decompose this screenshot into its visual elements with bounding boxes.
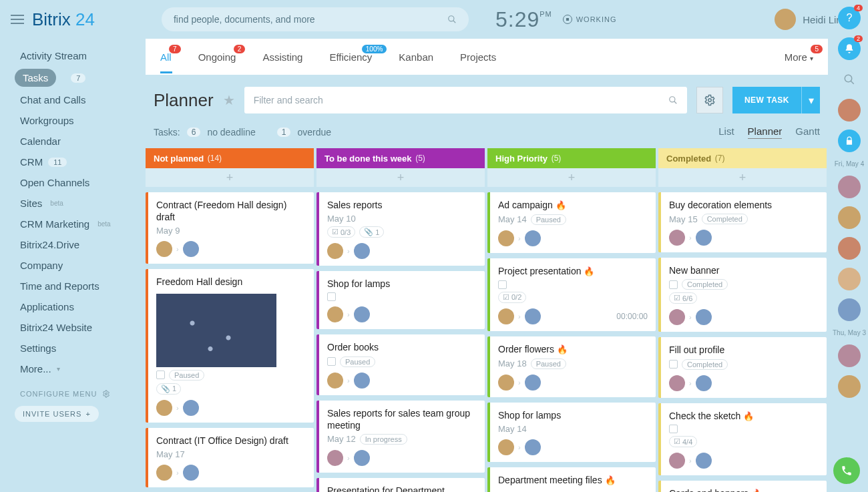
tab-projects[interactable]: Projects	[460, 51, 496, 63]
sidebar-item-activity[interactable]: Activity Stream	[0, 45, 146, 66]
column-not-planned: Not planned (14) + Contract (Freedom Hal…	[146, 148, 314, 492]
contact-avatar[interactable]	[838, 176, 861, 198]
sidebar-item-company[interactable]: Company	[0, 255, 146, 276]
task-card[interactable]: Contract (IT Office Design) draft May 17…	[146, 428, 314, 487]
task-card[interactable]: Shop for lamps May 14 ›	[487, 403, 656, 462]
contact-avatar[interactable]	[838, 298, 861, 321]
column-header[interactable]: To be done this week (5)	[316, 148, 485, 168]
calendar-icon	[669, 425, 678, 433]
no-deadline-count[interactable]: 6	[187, 128, 201, 137]
notifications-button[interactable]: 2	[838, 37, 861, 60]
contact-avatar[interactable]	[838, 206, 861, 229]
invite-users-button[interactable]: INVITE USERS+	[15, 406, 99, 422]
task-card[interactable]: Order flowers 🔥 May 18Paused ›	[487, 336, 656, 397]
contact-avatar[interactable]	[838, 99, 861, 121]
configure-menu[interactable]: CONFIGURE MENU	[0, 379, 146, 403]
column-header[interactable]: Not planned (14)	[146, 148, 314, 168]
overdue-count[interactable]: 1	[277, 128, 291, 137]
lock-button[interactable]	[838, 130, 861, 152]
fire-icon: 🔥	[557, 344, 568, 354]
search-icon	[843, 73, 855, 85]
contact-avatar[interactable]	[838, 344, 861, 367]
task-card[interactable]: Presentation for Department meeting! May…	[316, 478, 485, 492]
task-card[interactable]: Order books Paused ›	[316, 334, 485, 395]
sidebar-item-calendar[interactable]: Calendar	[0, 131, 146, 152]
sidebar-item-chat[interactable]: Chat and Calls	[0, 89, 146, 110]
sidebar-item-time[interactable]: Time and Reports	[0, 276, 146, 296]
tab-kanban[interactable]: Kanban	[399, 51, 433, 63]
view-list[interactable]: List	[718, 126, 734, 139]
view-planner[interactable]: Planner	[748, 126, 783, 139]
rail-search-button[interactable]	[838, 68, 861, 91]
tasks-count-badge: 7	[71, 73, 85, 83]
add-card-button[interactable]: +	[146, 168, 314, 187]
star-icon[interactable]: ★	[223, 92, 235, 108]
svg-line-7	[851, 81, 854, 84]
contact-avatar[interactable]	[838, 268, 861, 290]
sidebar-item-channels[interactable]: Open Channels	[0, 172, 146, 193]
sidebar-item-settings[interactable]: Settings	[0, 338, 146, 358]
sidebar-item-crm[interactable]: CRM11	[0, 152, 146, 172]
task-card[interactable]: Cards and banners 🔥 May 1Completed	[658, 481, 827, 492]
call-button[interactable]	[833, 457, 860, 484]
logo[interactable]: Bitrix 24	[32, 9, 95, 30]
column-completed: Completed (7) + Buy decoration elements …	[658, 148, 827, 492]
tab-ongoing[interactable]: Ongoing2	[198, 51, 236, 63]
task-card[interactable]: Freedom Hall design Paused 📎 1 ›	[146, 269, 314, 422]
task-card[interactable]: Department meeting files 🔥	[487, 467, 656, 492]
column-high-priority: High Priority (5) + Ad campaign 🔥 May 14…	[487, 148, 656, 492]
tab-all[interactable]: All7	[160, 51, 172, 63]
task-card[interactable]: Contract (Freedom Hall design) draft May…	[146, 192, 314, 264]
calendar-icon	[327, 357, 336, 366]
tabs-bar: All7 Ongoing2 Assisting Efficiency100% K…	[146, 39, 828, 75]
add-card-button[interactable]: +	[658, 168, 827, 187]
add-card-button[interactable]: +	[487, 168, 656, 187]
search-placeholder: find people, documents, and more	[174, 14, 315, 25]
filter-input[interactable]: Filter and search	[244, 87, 687, 113]
task-card[interactable]: Check the sketch 🔥 ☑ 4/4 ›	[658, 403, 827, 476]
view-gantt[interactable]: Gantt	[795, 126, 820, 139]
sidebar-item-more[interactable]: More... ▾	[0, 358, 146, 379]
new-task-dropdown[interactable]: ▾	[801, 87, 820, 113]
sidebar-item-crm-marketing[interactable]: CRM Marketingbeta	[0, 214, 146, 234]
tab-assisting[interactable]: Assisting	[262, 51, 302, 63]
task-card[interactable]: Project presentation 🔥 ☑ 0/2 ›00:00:00	[487, 258, 656, 331]
help-button[interactable]: ?4	[838, 7, 861, 29]
sidebar-item-apps[interactable]: Applications	[0, 296, 146, 317]
plus-icon: +	[85, 410, 90, 418]
column-header[interactable]: High Priority (5)	[487, 148, 656, 168]
sidebar-item-sites[interactable]: Sitesbeta	[0, 193, 146, 214]
menu-toggle-icon[interactable]	[11, 15, 24, 24]
sidebar-item-website[interactable]: Bitrix24 Website	[0, 317, 146, 338]
svg-point-2	[105, 393, 107, 395]
right-rail: ?4 2 Fri, May 4 Thu, May 3	[831, 4, 868, 492]
fire-icon: 🔥	[751, 489, 762, 492]
clock-area: 5:29PM WORKING	[495, 7, 617, 32]
work-status[interactable]: WORKING	[563, 15, 617, 24]
global-search-input[interactable]: find people, documents, and more	[162, 7, 469, 31]
task-card[interactable]: Ad campaign 🔥 May 14Paused ›	[487, 192, 656, 253]
contact-avatar[interactable]	[838, 237, 861, 260]
task-card[interactable]: Buy decoration elements May 15Completed …	[658, 192, 827, 252]
tab-more[interactable]: More ▾5	[785, 51, 813, 63]
settings-button[interactable]	[696, 87, 723, 113]
task-card[interactable]: Sales reports May 10 ☑ 0/3📎 1 ›	[316, 192, 485, 266]
calendar-icon	[669, 280, 678, 289]
fire-icon: 🔥	[556, 200, 566, 210]
sidebar-item-workgroups[interactable]: Workgroups	[0, 110, 146, 131]
tab-efficiency[interactable]: Efficiency100%	[329, 51, 372, 63]
new-task-button[interactable]: NEW TASK	[732, 87, 801, 113]
search-icon	[447, 15, 457, 24]
contact-avatar[interactable]	[838, 375, 861, 398]
gear-icon	[102, 390, 110, 398]
task-card[interactable]: Fill out profile Completed ›	[658, 337, 827, 397]
add-card-button[interactable]: +	[316, 168, 485, 187]
task-card[interactable]: Sales reports for sales team group meeti…	[316, 401, 485, 473]
svg-point-5	[708, 99, 712, 102]
task-card[interactable]: New banner Completed ☑ 6/6 ›	[658, 258, 827, 332]
sidebar-item-tasks[interactable]: Tasks	[15, 69, 56, 87]
task-card[interactable]: Shop for lamps ›	[316, 271, 485, 329]
column-header[interactable]: Completed (7)	[658, 148, 827, 168]
svg-line-1	[453, 21, 456, 23]
sidebar-item-drive[interactable]: Bitrix24.Drive	[0, 234, 146, 255]
